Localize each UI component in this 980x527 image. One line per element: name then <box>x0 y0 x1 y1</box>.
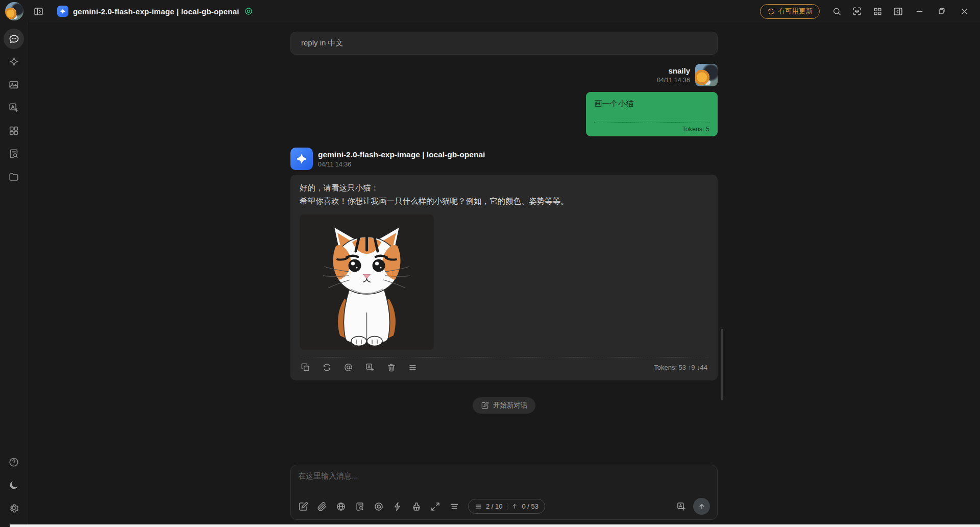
help-icon <box>8 457 19 468</box>
update-available-button[interactable]: 有可用更新 <box>760 4 820 19</box>
chat-bubble-icon <box>8 33 20 45</box>
update-label: 有可用更新 <box>778 7 813 16</box>
user-message: snaily 04/11 14:36 画一个小猫 Tokens: 5 <box>290 64 718 136</box>
app-window: gemini-2.0-flash-exp-image | local-gb-op… <box>0 0 980 527</box>
assistant-avatar[interactable] <box>290 148 313 170</box>
doc-search-icon <box>8 148 19 159</box>
copy-icon[interactable] <box>301 363 310 372</box>
new-chat-button[interactable]: 开始新对话 <box>473 397 536 414</box>
new-chat-label: 开始新对话 <box>493 401 528 410</box>
minimize-button[interactable] <box>911 3 928 19</box>
bottom-edge-strip <box>10 524 980 527</box>
gemini-logo-icon <box>57 6 68 17</box>
chat-scrollbar[interactable] <box>721 329 723 400</box>
mention-model-icon[interactable] <box>374 501 384 512</box>
regenerate-icon[interactable] <box>322 363 332 372</box>
restore-icon <box>937 7 946 16</box>
panel-right-icon <box>893 6 903 17</box>
translate-icon <box>8 102 19 113</box>
sidebar-item-chat[interactable] <box>4 29 24 49</box>
token-estimate: 0 / 53 <box>522 502 539 510</box>
close-button[interactable] <box>955 3 973 19</box>
user-avatar[interactable] <box>5 2 23 20</box>
quick-phrase-icon[interactable] <box>393 501 403 512</box>
translate-icon[interactable] <box>365 363 375 372</box>
delete-icon[interactable] <box>386 363 396 372</box>
more-menu-icon[interactable] <box>408 363 418 372</box>
topic-title: gemini-2.0-flash-exp-image | local-gb-op… <box>73 7 239 16</box>
user-message-time: 04/11 14:36 <box>657 77 690 84</box>
gemini-star-icon <box>295 152 308 165</box>
search-button[interactable] <box>829 4 844 19</box>
titlebar-controls: 有可用更新 <box>760 3 973 19</box>
apps-grid-icon <box>8 125 19 136</box>
context-count: 2 / 10 <box>486 502 503 510</box>
assistant-message-time: 04/11 14:36 <box>318 161 485 168</box>
sparkle-icon <box>8 56 20 68</box>
edit-icon <box>481 401 489 410</box>
right-panel-toggle-button[interactable] <box>890 4 905 19</box>
cat-illustration <box>300 214 434 350</box>
sidebar-item-miniapps[interactable] <box>4 121 24 141</box>
sidebar-item-assistants[interactable] <box>4 52 24 72</box>
input-toolbar: 2 / 10 0 / 53 <box>298 498 710 515</box>
user-name: snaily <box>657 66 690 75</box>
knowledge-icon[interactable] <box>355 501 365 512</box>
new-topic-icon[interactable] <box>298 501 308 512</box>
assistant-token-count: Tokens: 53 ↑9 ↓44 <box>654 362 707 373</box>
assistant-message-bubble: 好的，请看这只小猫： 希望你喜欢！你想让我画一只什么样的小猫呢？例如，它的颜色、… <box>290 175 718 380</box>
sidebar-item-settings[interactable] <box>4 498 24 518</box>
titlebar: gemini-2.0-flash-exp-image | local-gb-op… <box>0 0 980 22</box>
mini-apps-button[interactable] <box>870 4 885 19</box>
generated-cat-image[interactable] <box>300 214 434 350</box>
message-input[interactable] <box>298 471 710 493</box>
expand-input-icon[interactable] <box>430 501 440 512</box>
system-prompt-text: reply in 中文 <box>301 38 344 48</box>
user-message-text: 画一个小猫 <box>594 99 709 109</box>
image-icon <box>8 79 19 90</box>
sidebar-item-theme[interactable] <box>4 475 24 495</box>
minimize-icon <box>915 7 924 16</box>
restore-button[interactable] <box>933 3 950 19</box>
search-icon <box>832 7 842 16</box>
sidebar-item-help[interactable] <box>4 452 24 472</box>
sidebar-item-knowledge[interactable] <box>4 143 24 164</box>
sidebar-item-files[interactable] <box>4 166 24 187</box>
assistant-text-line: 好的，请看这只小猫： <box>300 181 708 195</box>
user-message-bubble[interactable]: 画一个小猫 Tokens: 5 <box>586 92 718 136</box>
system-prompt-bar[interactable]: reply in 中文 <box>290 32 718 55</box>
panel-left-icon <box>33 6 44 17</box>
send-arrow-icon <box>697 502 706 511</box>
sidebar-item-paintings[interactable] <box>4 75 24 95</box>
message-input-box: 2 / 10 0 / 53 <box>290 465 718 520</box>
sidebar-item-translate[interactable] <box>4 98 24 118</box>
refresh-icon <box>767 8 775 15</box>
up-arrow-icon <box>511 503 518 510</box>
translate-input-icon[interactable] <box>676 501 687 512</box>
attachment-icon[interactable] <box>317 501 327 512</box>
sidebar-toggle-button[interactable] <box>31 4 46 19</box>
context-counter-pill[interactable]: 2 / 10 0 / 53 <box>468 499 545 514</box>
clear-context-icon[interactable] <box>449 501 459 512</box>
mention-icon[interactable] <box>344 363 353 372</box>
live-indicator-icon <box>244 7 253 16</box>
expand-width-icon <box>852 6 862 16</box>
grid-icon <box>873 7 883 16</box>
topic-title-group: gemini-2.0-flash-exp-image | local-gb-op… <box>57 6 253 17</box>
close-icon <box>960 7 969 16</box>
fit-width-button[interactable] <box>849 4 865 19</box>
assistant-name: gemini-2.0-flash-exp-image | local-gb-op… <box>318 150 485 159</box>
user-token-count: Tokens: 5 <box>594 122 709 133</box>
gear-icon <box>8 502 19 514</box>
user-message-avatar[interactable] <box>695 64 718 86</box>
sidebar <box>0 22 28 527</box>
moon-icon <box>8 480 19 491</box>
context-lines-icon <box>475 503 482 510</box>
assistant-text-line: 希望你喜欢！你想让我画一只什么样的小猫呢？例如，它的颜色、姿势等等。 <box>300 195 708 208</box>
web-search-icon[interactable] <box>336 501 346 512</box>
assistant-message: gemini-2.0-flash-exp-image | local-gb-op… <box>290 148 718 380</box>
chat-main: reply in 中文 snaily 04/11 14:36 画一个小猫 Tok… <box>28 22 980 527</box>
clear-messages-icon[interactable] <box>411 501 422 512</box>
send-button[interactable] <box>693 498 710 515</box>
assistant-message-toolbar: Tokens: 53 ↑9 ↓44 <box>300 357 708 376</box>
